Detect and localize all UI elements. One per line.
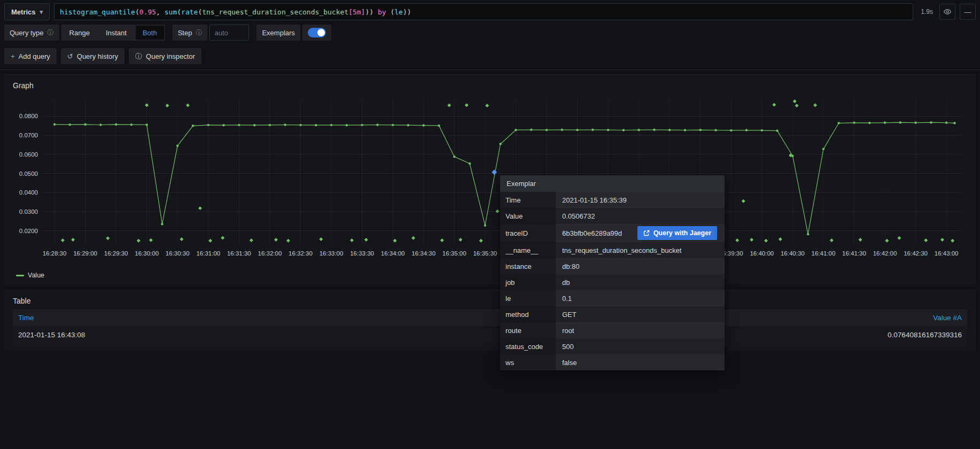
data-point[interactable]: [346, 124, 348, 126]
data-point[interactable]: [699, 129, 701, 131]
data-point[interactable]: [592, 129, 594, 131]
exemplars-toggle[interactable]: [308, 28, 326, 37]
data-point[interactable]: [407, 124, 409, 126]
exemplar-marker[interactable]: [166, 104, 169, 107]
exemplar-marker[interactable]: [411, 236, 415, 240]
query-type-option-range[interactable]: Range: [63, 26, 97, 40]
data-point[interactable]: [868, 122, 870, 124]
query-type-option-instant[interactable]: Instant: [99, 26, 134, 40]
data-point[interactable]: [53, 123, 56, 126]
data-point[interactable]: [438, 125, 440, 127]
data-point[interactable]: [315, 124, 317, 126]
exemplar-marker[interactable]: [885, 239, 889, 243]
data-point[interactable]: [745, 129, 748, 131]
exemplar-marker[interactable]: [319, 237, 323, 241]
data-point[interactable]: [637, 129, 640, 131]
collapse-button[interactable]: —: [960, 4, 976, 20]
exemplar-marker[interactable]: [779, 237, 782, 241]
exemplar-marker[interactable]: [772, 103, 776, 107]
data-point[interactable]: [623, 129, 625, 131]
data-point[interactable]: [130, 123, 133, 126]
exemplar-marker[interactable]: [465, 103, 469, 107]
data-point[interactable]: [714, 129, 717, 131]
data-point[interactable]: [392, 124, 394, 126]
data-point[interactable]: [807, 233, 809, 235]
data-point[interactable]: [822, 148, 825, 150]
exemplar-marker[interactable]: [106, 236, 110, 240]
data-point[interactable]: [253, 124, 255, 126]
data-point[interactable]: [453, 156, 455, 158]
data-point[interactable]: [422, 124, 424, 126]
data-point[interactable]: [914, 121, 916, 123]
data-point[interactable]: [484, 224, 486, 227]
data-point[interactable]: [653, 129, 655, 131]
data-point[interactable]: [853, 121, 855, 123]
exemplar-marker[interactable]: [145, 103, 149, 107]
exemplar-marker[interactable]: [149, 238, 153, 242]
query-inspector-button[interactable]: ⓘ Query inspector: [129, 48, 201, 64]
table-column-header[interactable]: Time: [13, 309, 469, 326]
data-point[interactable]: [730, 129, 732, 131]
data-point[interactable]: [546, 129, 548, 131]
data-point[interactable]: [115, 123, 117, 126]
data-point[interactable]: [561, 129, 563, 131]
data-point[interactable]: [930, 121, 932, 123]
exemplar-marker[interactable]: [186, 104, 190, 107]
data-point[interactable]: [330, 124, 332, 126]
exemplar-marker[interactable]: [208, 239, 212, 243]
data-point[interactable]: [145, 123, 147, 126]
data-point[interactable]: [176, 145, 178, 147]
exemplar-marker[interactable]: [393, 239, 396, 243]
data-point[interactable]: [161, 223, 163, 225]
data-point[interactable]: [776, 129, 778, 131]
exemplar-marker[interactable]: [250, 238, 253, 242]
exemplar-marker[interactable]: [364, 238, 368, 242]
exemplar-marker[interactable]: [61, 238, 65, 242]
exemplar-marker[interactable]: [71, 238, 75, 242]
data-point[interactable]: [576, 129, 578, 131]
query-type-option-both[interactable]: Both: [136, 26, 164, 40]
exemplar-marker[interactable]: [137, 239, 141, 243]
data-point[interactable]: [515, 129, 517, 131]
exemplar-marker[interactable]: [858, 238, 862, 242]
table-row[interactable]: 2021-01-15 16:43:080.07640816167339316: [13, 326, 967, 344]
exemplar-marker[interactable]: [180, 237, 183, 241]
data-point[interactable]: [222, 124, 224, 126]
exemplar-marker[interactable]: [830, 238, 834, 242]
data-point[interactable]: [953, 122, 955, 124]
data-point[interactable]: [284, 123, 286, 126]
exemplar-marker[interactable]: [447, 104, 451, 107]
exemplar-marker[interactable]: [479, 239, 483, 243]
data-point[interactable]: [238, 124, 240, 126]
data-point[interactable]: [684, 129, 686, 131]
exemplar-marker[interactable]: [221, 236, 224, 239]
data-point[interactable]: [761, 129, 763, 131]
data-point[interactable]: [269, 124, 271, 126]
query-input[interactable]: histogram_quantile(0.95, sum(rate(tns_re…: [54, 3, 913, 20]
data-point[interactable]: [945, 121, 947, 123]
exemplar-marker[interactable]: [495, 210, 499, 213]
data-point[interactable]: [299, 124, 301, 126]
exemplar-marker[interactable]: [458, 238, 462, 242]
data-point[interactable]: [607, 129, 609, 131]
data-point[interactable]: [69, 123, 71, 126]
exemplar-marker[interactable]: [795, 104, 799, 107]
exemplar-marker[interactable]: [924, 238, 928, 242]
data-point[interactable]: [376, 123, 378, 126]
selected-exemplar-marker[interactable]: [492, 169, 497, 175]
exemplar-marker[interactable]: [350, 238, 354, 242]
exemplar-marker[interactable]: [940, 238, 944, 242]
datasource-picker[interactable]: Metrics ▾: [4, 3, 50, 20]
data-point[interactable]: [207, 124, 209, 126]
exemplar-marker[interactable]: [198, 206, 202, 210]
exemplar-marker[interactable]: [793, 99, 797, 103]
exemplar-marker[interactable]: [286, 239, 290, 243]
data-point[interactable]: [99, 123, 102, 126]
exemplar-marker[interactable]: [897, 236, 901, 240]
exemplar-marker[interactable]: [274, 238, 278, 242]
data-point[interactable]: [668, 129, 671, 131]
exemplar-marker[interactable]: [813, 103, 817, 107]
query-with-jaeger-button[interactable]: Query with Jaeger: [637, 226, 717, 240]
step-input[interactable]: [209, 25, 249, 41]
data-point[interactable]: [469, 162, 471, 165]
